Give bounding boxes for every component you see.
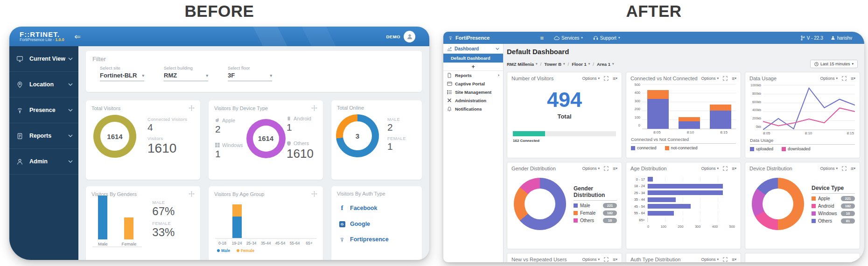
move-icon[interactable]: [189, 191, 195, 197]
total-visitors-number: 494: [507, 88, 622, 112]
sidebar-item-dashboard[interactable]: Dashboard: [443, 44, 503, 54]
sidebar-item-presence[interactable]: Presence: [9, 98, 78, 123]
sidebar-item-current-view[interactable]: Current View: [9, 46, 78, 72]
person-icon: [831, 35, 835, 40]
auth-link-facebook[interactable]: f Facebook: [339, 204, 414, 212]
gender-donut-chart: [514, 178, 566, 230]
auth-link-fortipresence[interactable]: Fortipresence: [339, 236, 414, 243]
move-icon[interactable]: [311, 191, 317, 197]
legend-connected: connected: [631, 146, 657, 150]
reports-icon: [16, 133, 24, 140]
legend-female: Female: [237, 248, 254, 253]
add-dashboard-button[interactable]: +: [443, 63, 503, 71]
sidebar-item-notifications[interactable]: Notifications: [443, 105, 503, 113]
sidebar-item-default-dashboard[interactable]: Default Dashboard: [443, 54, 503, 63]
fullscreen-icon[interactable]: [842, 166, 847, 171]
total-online-donut: 3: [336, 114, 379, 157]
auth-link-google[interactable]: G Google: [339, 221, 414, 227]
support-menu[interactable]: Support▾: [593, 35, 620, 41]
notifications-bell-icon: [447, 106, 452, 112]
fullscreen-icon[interactable]: [604, 76, 609, 81]
sidebar-item-captive-portal[interactable]: Captive Portal: [443, 79, 503, 88]
time-range-button[interactable]: Last 15 minutes▾: [810, 60, 858, 68]
chevron-down-icon: [68, 109, 73, 112]
card-title: New vs Repeated Users: [511, 257, 567, 262]
caret-down-icon: ▾: [270, 73, 272, 78]
before-sidebar: Current View Location Presence Reports A: [9, 46, 78, 260]
legend-others: Others81: [812, 218, 855, 224]
sidebar-item-reports[interactable]: Reports: [9, 123, 78, 149]
user-menu[interactable]: harishv: [831, 35, 852, 41]
fullscreen-icon[interactable]: [723, 257, 728, 262]
device-stat-apple: Apple 2: [215, 118, 245, 135]
breadcrumb-building[interactable]: Tower B▾: [544, 62, 565, 67]
breadcrumb-site[interactable]: RMZ Millenia▾: [507, 62, 538, 67]
fullscreen-icon[interactable]: [723, 76, 728, 81]
options-button[interactable]: Options▾: [582, 257, 600, 262]
card-menu-icon[interactable]: ≡▾: [732, 166, 736, 171]
sidebar-item-reports[interactable]: Reports ›: [443, 71, 503, 79]
sidebar-item-location[interactable]: Location: [9, 72, 78, 98]
fullscreen-icon[interactable]: [604, 166, 609, 171]
options-button[interactable]: Options▾: [820, 76, 838, 81]
version-info[interactable]: V - 22.3: [801, 35, 823, 41]
breadcrumb-area[interactable]: Area 1▾: [597, 62, 614, 67]
options-button[interactable]: Options▾: [582, 166, 600, 171]
product-subtitle: FortiPresence Lite - 1.0.0: [20, 38, 64, 42]
card-menu-icon[interactable]: ≡▾: [732, 76, 736, 81]
sidebar-item-admin[interactable]: Admin: [9, 149, 78, 175]
caret-down-icon: ▾: [612, 62, 614, 66]
options-button[interactable]: Options▾: [820, 166, 838, 171]
fullscreen-icon[interactable]: [723, 166, 728, 171]
card-title: Total Online: [337, 105, 364, 111]
legend-male: Male221: [574, 203, 617, 208]
sidebar-item-label: Current View: [29, 56, 65, 62]
before-header: F::RTINET. FortiPresence Lite - 1.0.0 ⇐ …: [9, 27, 429, 46]
fullscreen-icon[interactable]: [842, 76, 847, 81]
options-button[interactable]: Options▾: [701, 166, 719, 171]
count-badge: 182: [603, 210, 617, 216]
legend-android: Android182: [812, 203, 855, 209]
options-button[interactable]: Options▾: [582, 76, 600, 81]
card-menu-icon[interactable]: ≡▾: [613, 166, 617, 171]
caret-down-icon: ▾: [588, 62, 590, 66]
count-badge: 221: [841, 196, 855, 201]
card-cut-off: [745, 253, 860, 262]
card-menu-icon[interactable]: ≡▾: [851, 166, 855, 171]
card-menu-icon[interactable]: ≡▾: [732, 257, 736, 262]
google-icon: G: [339, 221, 345, 227]
caret-down-icon: ▾: [206, 73, 208, 78]
monitor-icon: [16, 56, 24, 63]
card-menu-icon[interactable]: ≡▾: [851, 76, 855, 81]
move-icon[interactable]: [311, 105, 317, 111]
after-label: AFTER: [443, 2, 864, 21]
sidebar-collapse-icon[interactable]: ⇐: [74, 32, 80, 41]
select-building[interactable]: Select building RMZ▾: [164, 65, 208, 81]
move-icon[interactable]: [189, 105, 195, 111]
sidebar-item-administration[interactable]: Administration: [443, 96, 503, 105]
sidebar-item-site-management[interactable]: Site Management: [443, 88, 503, 96]
options-button[interactable]: Options▾: [701, 257, 719, 262]
card-menu-icon[interactable]: ≡▾: [613, 76, 617, 81]
age-group-chart: [215, 201, 316, 239]
select-site[interactable]: Select site Fortinet-BLR▾: [100, 65, 144, 81]
services-menu[interactable]: Services▾: [554, 35, 583, 41]
after-main: Default Dashboard RMZ Millenia▾ / Tower …: [504, 44, 864, 262]
user-area[interactable]: DEMO: [386, 31, 416, 42]
legend-not-connected: not-connected: [665, 146, 698, 150]
breadcrumb-floor[interactable]: Floor 1▾: [572, 62, 590, 67]
card-device-type: Visitors By Device Type Apple 2 Windows …: [209, 100, 323, 180]
card-title: Visitors By Age Group: [214, 191, 264, 197]
fullscreen-icon[interactable]: [604, 257, 609, 262]
admin-user-icon: [16, 158, 24, 165]
card-title: Data Usage: [749, 76, 777, 81]
options-button[interactable]: Options▾: [701, 76, 719, 81]
card-menu-icon[interactable]: ≡▾: [613, 257, 617, 262]
menu-icon[interactable]: ≡: [540, 35, 544, 42]
card-device-distribution: Device Distribution Options▾ ≡▾ Device T…: [745, 162, 860, 249]
filter-panel: Filter Select site Fortinet-BLR▾ Select …: [86, 51, 422, 92]
connected-visitors-value: 4: [147, 122, 187, 133]
fortipresence-logo-icon: [448, 35, 453, 41]
select-floor[interactable]: Select floor 3F▾: [228, 65, 272, 81]
avatar[interactable]: [404, 31, 415, 42]
